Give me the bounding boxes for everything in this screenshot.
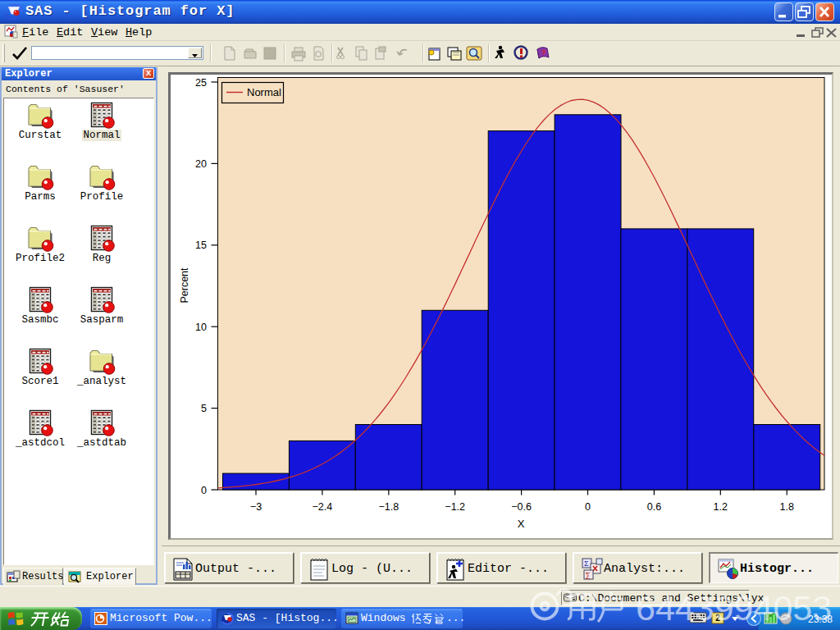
svg-text:Σ: Σ — [584, 560, 589, 568]
svg-text:0: 0 — [201, 485, 207, 496]
svg-text:Normal: Normal — [247, 86, 281, 98]
svg-text:1.8: 1.8 — [780, 501, 794, 513]
svg-text:0: 0 — [585, 501, 591, 513]
svg-text:?: ? — [541, 48, 546, 57]
svg-text:25: 25 — [195, 77, 207, 89]
svg-text:−1.2: −1.2 — [445, 501, 465, 513]
svg-text:Percent: Percent — [179, 267, 190, 304]
svg-text:∑: ∑ — [586, 572, 591, 580]
svg-text:−3: −3 — [250, 501, 262, 513]
svg-text:X: X — [518, 518, 525, 530]
svg-text:−2.4: −2.4 — [313, 501, 333, 513]
svg-text:10: 10 — [195, 322, 207, 333]
svg-text:−0.6: −0.6 — [511, 501, 532, 513]
svg-text:0.6: 0.6 — [647, 501, 661, 513]
svg-text:5: 5 — [201, 403, 207, 414]
svg-text:1.2: 1.2 — [714, 501, 728, 513]
svg-text:−1.8: −1.8 — [378, 501, 399, 513]
svg-text:20: 20 — [195, 158, 207, 170]
svg-text:15: 15 — [195, 240, 207, 251]
